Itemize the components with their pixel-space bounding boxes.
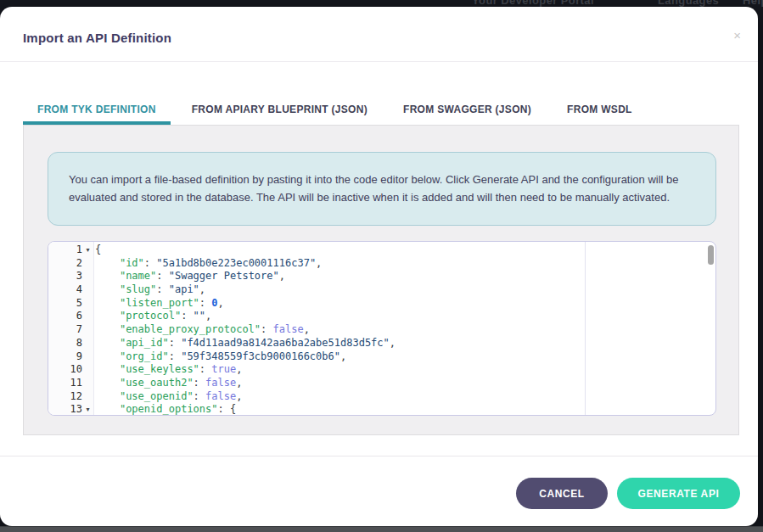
code-line: 1▾{ (48, 244, 715, 257)
generate-api-button[interactable]: GENERATE API (617, 478, 740, 509)
nav-item-developer-portal: Your Developer Portal (472, 0, 594, 7)
line-number: 6 (48, 310, 82, 323)
code-line: 9 "org_id": "59f348559f3cb9000166c0b6", (48, 350, 715, 364)
code-line: 2 "id": "5a1bd8b0e223ec0001116c37", (48, 257, 715, 271)
tab-content-panel: You can import a file-based definition b… (23, 125, 739, 435)
nav-item-help: Help (743, 0, 763, 7)
fold-spacer (82, 337, 93, 350)
modal-footer: CANCEL GENERATE API (0, 478, 740, 509)
tab-from-apiary-blueprint[interactable]: FROM APIARY BLUEPRINT (JSON) (177, 95, 382, 125)
line-number: 5 (48, 297, 82, 311)
code-line: 5 "listen_port": 0, (48, 297, 715, 311)
fold-spacer (82, 377, 93, 390)
line-number: 13 (48, 403, 82, 416)
editor-inner-divider (585, 242, 586, 415)
fold-spacer (82, 363, 93, 377)
code-line: 6 "protocol": "", (48, 310, 715, 323)
fold-spacer (82, 350, 93, 364)
code-editor[interactable]: 1▾{2 "id": "5a1bd8b0e223ec0001116c37",3 … (48, 241, 716, 416)
fold-spacer (82, 390, 93, 404)
line-number: 1 (48, 244, 82, 257)
code-line: 8 "api_id": "f4d11aad9a8142aa6ba2abe51d8… (48, 337, 715, 350)
tab-bar: FROM TYK DEFINITION FROM APIARY BLUEPRIN… (23, 95, 739, 125)
tab-from-tyk-definition[interactable]: FROM TYK DEFINITION (23, 95, 171, 125)
fold-arrow-icon[interactable]: ▾ (82, 403, 93, 416)
fold-spacer (82, 283, 93, 297)
fold-spacer (82, 257, 93, 271)
line-number: 7 (48, 323, 82, 337)
modal-header: Import an API Definition × (0, 7, 758, 62)
line-number: 3 (48, 270, 82, 283)
close-icon[interactable]: × (733, 29, 741, 42)
page-bottom-strip (0, 526, 763, 532)
line-number: 10 (48, 363, 82, 377)
code-line: 13▾ "openid_options": { (48, 403, 715, 416)
line-number: 12 (48, 390, 82, 404)
code-line: 4 "slug": "api", (48, 283, 715, 297)
footer-divider (0, 456, 758, 456)
tab-from-wsdl[interactable]: FROM WSDL (553, 95, 647, 125)
line-number: 4 (48, 283, 82, 297)
line-number: 11 (48, 377, 82, 390)
tab-from-swagger[interactable]: FROM SWAGGER (JSON) (389, 95, 546, 125)
import-api-modal: Import an API Definition × FROM TYK DEFI… (0, 7, 758, 526)
fold-spacer (82, 297, 93, 311)
code-line: 7 "enable_proxy_protocol": false, (48, 323, 715, 337)
info-banner: You can import a file-based definition b… (48, 152, 716, 226)
editor-scrollbar-thumb[interactable] (708, 245, 714, 265)
code-lines: 1▾{2 "id": "5a1bd8b0e223ec0001116c37",3 … (48, 244, 715, 416)
line-number: 2 (48, 257, 82, 271)
nav-item-languages: Languages (658, 0, 719, 7)
code-line: 3 "name": "Swagger Petstore", (48, 270, 715, 283)
background-navbar: Your Developer Portal Languages Help (0, 0, 763, 7)
cancel-button[interactable]: CANCEL (516, 478, 608, 509)
line-number: 8 (48, 337, 82, 350)
code-line: 10 "use_keyless": true, (48, 363, 715, 377)
fold-spacer (82, 323, 93, 337)
code-line: 12 "use_openid": false, (48, 390, 715, 404)
fold-spacer (82, 310, 93, 323)
line-number: 9 (48, 350, 82, 364)
modal-title: Import an API Definition (23, 31, 171, 45)
fold-arrow-icon[interactable]: ▾ (82, 244, 93, 257)
fold-spacer (82, 270, 93, 283)
code-line: 11 "use_oauth2": false, (48, 377, 715, 390)
